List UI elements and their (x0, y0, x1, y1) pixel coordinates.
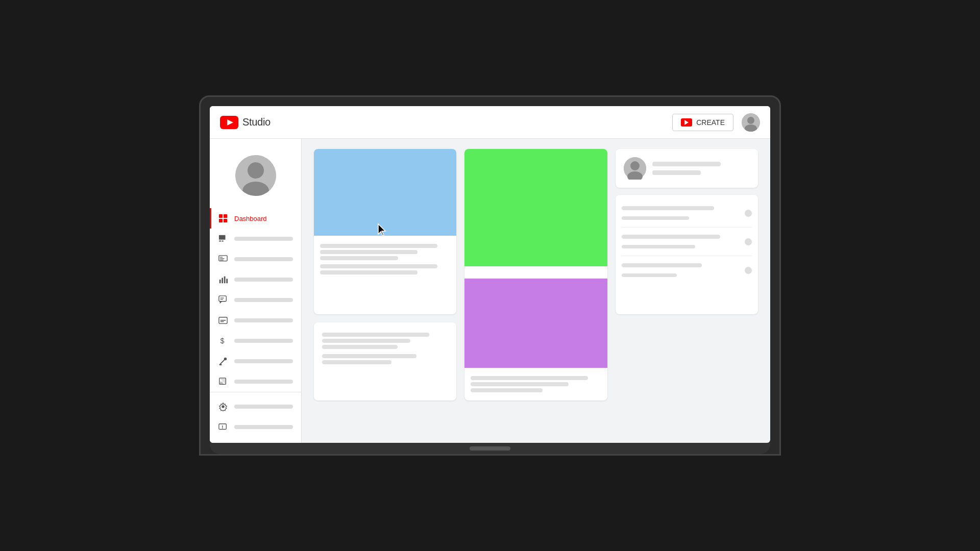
sidebar-item-monetization[interactable]: $ (210, 331, 301, 351)
create-button[interactable]: CREATE (672, 114, 733, 131)
skeleton-line (322, 345, 398, 349)
card-blue-image (314, 149, 456, 236)
avatar-info-lines (652, 160, 750, 177)
sidebar-settings-label (234, 405, 293, 409)
skeleton-line (622, 235, 720, 239)
svg-rect-25 (220, 298, 224, 298)
create-button-label: CREATE (696, 118, 725, 127)
card-green-body (464, 266, 607, 279)
svg-rect-20 (222, 278, 223, 283)
top-bar: Studio CREATE (210, 106, 770, 139)
sidebar-feedback-label (234, 425, 293, 429)
svg-point-37 (222, 405, 224, 408)
svg-rect-18 (220, 260, 224, 260)
sidebar-item-settings[interactable] (210, 396, 301, 417)
skeleton-line (652, 170, 701, 175)
list-row-indicator (745, 267, 752, 274)
svg-point-6 (248, 162, 264, 179)
skeleton-line (322, 339, 410, 343)
svg-line-31 (220, 359, 225, 364)
svg-rect-16 (220, 257, 223, 258)
svg-rect-9 (224, 214, 227, 218)
sidebar-item-analytics[interactable] (210, 269, 301, 290)
brush-icon (218, 356, 228, 366)
dashboard-icon (218, 213, 228, 223)
sidebar-item-content[interactable] (210, 229, 301, 249)
skeleton-line (320, 256, 398, 260)
settings-icon (218, 402, 228, 412)
sidebar: Dashboard (210, 139, 302, 443)
svg-rect-8 (219, 214, 223, 218)
main-content-area (302, 139, 770, 443)
channel-avatar[interactable] (235, 155, 276, 196)
sidebar-analytics-label (234, 278, 293, 282)
create-video-icon (681, 118, 692, 127)
row-lines (622, 261, 745, 279)
svg-rect-33 (219, 364, 222, 365)
card-green-thumbnail (464, 149, 607, 400)
skeleton-line (322, 360, 391, 364)
main-layout: Dashboard (210, 139, 770, 443)
sidebar-item-customization[interactable] (210, 351, 301, 371)
skeleton-line (320, 244, 437, 248)
row-lines (622, 204, 745, 222)
skeleton-line (622, 263, 702, 267)
header-right: CREATE (672, 113, 760, 132)
skeleton-line (622, 273, 677, 277)
list-row-indicator (745, 210, 752, 217)
list-row-1 (622, 199, 752, 228)
skeleton-line (622, 206, 714, 210)
sidebar-subtitles-label (234, 257, 293, 261)
audio-icon: AL (218, 377, 228, 387)
card-purple-body (464, 368, 607, 400)
svg-point-41 (630, 161, 640, 170)
subtitles-icon (218, 254, 228, 264)
svg-rect-29 (220, 321, 224, 322)
card-purple-image (464, 279, 607, 368)
svg-rect-13 (219, 241, 222, 242)
svg-rect-11 (224, 219, 227, 222)
feedback-icon: ! (218, 422, 228, 432)
channel-avatar-section (210, 147, 301, 208)
svg-rect-26 (220, 299, 223, 299)
svg-rect-28 (220, 320, 226, 320)
card-list-rows (616, 195, 758, 314)
sidebar-comments-label (234, 298, 293, 302)
sidebar-item-dashboard[interactable]: Dashboard (210, 208, 301, 229)
skeleton-line (622, 216, 690, 220)
row-lines (622, 233, 745, 251)
svg-text:!: ! (222, 424, 223, 430)
svg-rect-12 (219, 235, 226, 240)
account-avatar-button[interactable] (742, 113, 760, 132)
skeleton-line (322, 354, 416, 358)
svg-rect-14 (222, 241, 224, 242)
card-green-image (464, 149, 607, 266)
logo-area: Studio (220, 116, 271, 129)
sidebar-item-comments[interactable] (210, 290, 301, 310)
sidebar-nav: Dashboard (210, 208, 301, 392)
sidebar-item-captions[interactable] (210, 310, 301, 331)
app-title: Studio (242, 116, 271, 128)
comments-icon (218, 295, 228, 305)
sidebar-dashboard-label: Dashboard (234, 215, 267, 222)
card-blue-thumbnail (314, 149, 456, 314)
captions-icon (218, 315, 228, 325)
mini-avatar-icon (624, 157, 646, 180)
right-column (616, 149, 758, 314)
sidebar-content-label (234, 237, 293, 241)
skeleton-line (320, 264, 437, 268)
skeleton-line (471, 388, 542, 392)
mini-avatar-circle (624, 157, 646, 180)
skeleton-line (320, 270, 418, 274)
sidebar-item-feedback[interactable]: ! (210, 417, 301, 437)
skeleton-line (622, 245, 696, 248)
youtube-logo-icon (220, 116, 238, 129)
sidebar-item-audio[interactable]: AL (210, 371, 301, 392)
svg-rect-10 (219, 219, 223, 222)
sidebar-item-subtitles[interactable] (210, 249, 301, 269)
user-avatar-icon (742, 113, 760, 132)
channel-person-icon (235, 155, 276, 196)
svg-rect-23 (219, 296, 226, 302)
skeleton-line (471, 376, 588, 380)
analytics-icon (218, 274, 228, 285)
